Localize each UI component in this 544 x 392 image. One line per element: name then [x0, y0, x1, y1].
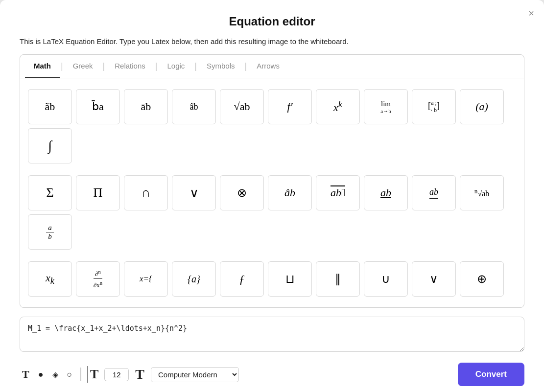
symbol-vec-ab[interactable]: ab⃗: [316, 175, 360, 210]
tab-sep-2: |: [103, 61, 105, 71]
symbol-integral[interactable]: ∫: [28, 128, 72, 163]
modal-description: This is LaTeX Equation Editor. Type you …: [20, 37, 524, 46]
symbol-set-a[interactable]: {a}: [172, 261, 216, 297]
symbol-x-super-k[interactable]: xk: [316, 89, 360, 124]
convert-button[interactable]: Convert: [458, 363, 524, 386]
symbol-fprime[interactable]: f′: [268, 89, 312, 124]
text-icon[interactable]: T: [20, 367, 32, 382]
font-family-select[interactable]: Computer Modern Latin Modern XITS TeX Gy…: [151, 367, 239, 382]
symbol-f-script[interactable]: ƒ: [220, 261, 264, 297]
symbol-grid-row3: xk ∂n ∂xn x={ {a} ƒ ⊔ ∥: [20, 255, 524, 302]
symbol-arc-ab[interactable]: âb: [172, 89, 216, 124]
tab-arrows[interactable]: Arrows: [248, 55, 288, 78]
tab-sep-5: |: [245, 61, 247, 71]
symbol-overline-ab[interactable]: āb: [124, 89, 168, 124]
tab-bar: Math | Greek | Relations | Logic | Symbo…: [20, 55, 524, 78]
symbol-underline-ab[interactable]: ab: [364, 175, 408, 210]
symbol-vee[interactable]: ∨: [172, 175, 216, 210]
symbol-parallel[interactable]: ∥: [316, 261, 360, 297]
toolbar-row: T ● ◈ ○ T T Computer Modern Latin Modern…: [20, 363, 524, 392]
symbol-matrix[interactable]: [a ;· b]: [412, 89, 456, 124]
symbol-frac-ab[interactable]: a b: [28, 214, 72, 250]
symbol-vee2[interactable]: ∨: [412, 261, 456, 297]
latex-input[interactable]: M_1 = \frac{x_1+x_2+\ldots+x_n}{n^2}: [20, 317, 524, 352]
tab-logic[interactable]: Logic: [158, 55, 193, 78]
tab-sep-3: |: [155, 61, 158, 71]
font-size-input[interactable]: [104, 368, 129, 381]
symbol-tilde-ab[interactable]: ãb: [28, 89, 72, 124]
symbol-sqcup[interactable]: ⊔: [268, 261, 312, 297]
symbol-otimes[interactable]: ⊗: [220, 175, 264, 210]
symbol-hat-ab[interactable]: âb: [268, 175, 312, 210]
symbol-panel: Math | Greek | Relations | Logic | Symbo…: [20, 54, 524, 308]
symbol-x-set[interactable]: x={: [124, 261, 168, 297]
symbol-oplus[interactable]: ⊕: [460, 261, 504, 297]
symbol-sum[interactable]: Σ: [28, 175, 72, 210]
large-text-icon[interactable]: T: [133, 366, 147, 383]
tab-math[interactable]: Math: [25, 55, 60, 78]
symbol-grid-row1: ãb b̄a āb âb √ab f′ xk lim: [20, 83, 524, 169]
symbol-grid-row2: Σ Π ∩ ∨ ⊗ âb ab⃗ ab ab: [20, 169, 524, 255]
circle-filled-icon[interactable]: ●: [36, 369, 46, 381]
modal-title: Equation editor: [20, 15, 524, 28]
symbol-union[interactable]: ∪: [364, 261, 408, 297]
symbol-lim[interactable]: lim a→b: [364, 89, 408, 124]
close-button[interactable]: ×: [528, 8, 534, 19]
symbol-overline-ba[interactable]: b̄a: [76, 89, 120, 124]
tab-sep-1: |: [61, 61, 63, 71]
symbol-intersect[interactable]: ∩: [124, 175, 168, 210]
symbol-paren-a[interactable]: (a): [460, 89, 504, 124]
equation-editor-modal: × Equation editor This is LaTeX Equation…: [0, 0, 544, 392]
symbol-x-sub-k[interactable]: xk: [28, 261, 72, 297]
symbol-partial-deriv[interactable]: ∂n ∂xn: [76, 261, 120, 297]
toolbar-divider-1: [80, 368, 81, 381]
tab-relations[interactable]: Relations: [106, 55, 154, 78]
bold-text-icon[interactable]: T: [87, 366, 100, 383]
symbol-nthroot-ab[interactable]: n√ab: [460, 175, 504, 210]
symbol-underbrace-ab[interactable]: ab: [412, 175, 456, 210]
symbol-sqrt-ab[interactable]: √ab: [220, 89, 264, 124]
symbol-prod[interactable]: Π: [76, 175, 120, 210]
tab-sep-4: |: [194, 61, 197, 71]
circle-outline-icon[interactable]: ○: [65, 369, 75, 381]
tab-greek[interactable]: Greek: [64, 55, 102, 78]
paint-bucket-icon[interactable]: ◈: [50, 369, 61, 380]
tab-symbols[interactable]: Symbols: [198, 55, 244, 78]
